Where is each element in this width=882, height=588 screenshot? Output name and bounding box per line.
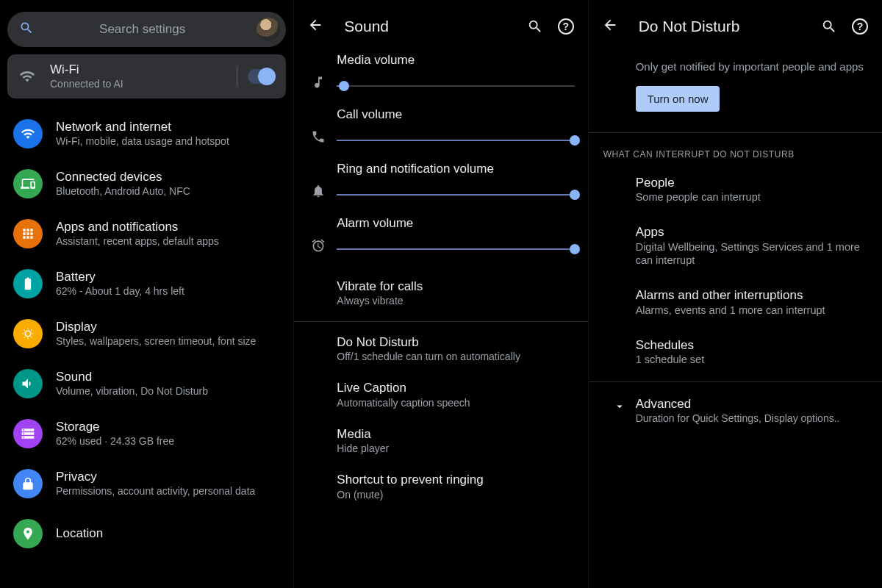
- settings-item-wifi[interactable]: Network and internetWi-Fi, mobile, data …: [0, 109, 293, 159]
- devices-icon: [13, 169, 43, 198]
- divider: [589, 381, 882, 382]
- dnd-intro-text: Only get notified by important people an…: [589, 53, 882, 74]
- search-settings-bar[interactable]: Search settings: [7, 12, 286, 47]
- volume-slider[interactable]: [337, 244, 574, 254]
- storage-icon: [13, 419, 43, 448]
- settings-item-battery[interactable]: Battery62% - About 1 day, 4 hrs left: [0, 259, 293, 309]
- search-icon[interactable]: [820, 18, 838, 35]
- volume-row-music: Media volume: [294, 53, 587, 107]
- divider: [589, 132, 882, 133]
- settings-item-privacy[interactable]: PrivacyPermissions, account activity, pe…: [0, 459, 293, 509]
- volume-row-call: Call volume: [294, 107, 587, 162]
- volume-slider[interactable]: [337, 81, 574, 91]
- dnd-item[interactable]: Schedules1 schedule set: [589, 328, 882, 377]
- settings-item-devices[interactable]: Connected devicesBluetooth, Android Auto…: [0, 159, 293, 209]
- sound-topbar: Sound ?: [294, 0, 587, 53]
- wifi-quick-card[interactable]: Wi-Fi Connected to AI: [7, 54, 286, 98]
- display-icon: [13, 319, 43, 348]
- call-icon: [307, 129, 329, 146]
- apps-icon: [13, 219, 43, 248]
- page-title: Do Not Disturb: [639, 18, 807, 35]
- sound-item[interactable]: Live CaptionAutomatically caption speech: [294, 372, 587, 418]
- location-icon: [13, 519, 43, 548]
- search-icon: [19, 21, 34, 38]
- settings-item-storage[interactable]: Storage62% used · 24.33 GB free: [0, 409, 293, 459]
- settings-main-screen: Search settings Wi-Fi Connected to AI Ne…: [0, 0, 294, 588]
- divider: [237, 65, 237, 87]
- privacy-icon: [13, 469, 43, 498]
- dnd-item[interactable]: Alarms and other interruptionsAlarms, ev…: [589, 278, 882, 327]
- advanced-item[interactable]: Advanced Duration for Quick Settings, Di…: [589, 387, 882, 436]
- sound-item[interactable]: Do Not DisturbOff/1 schedule can turn on…: [294, 326, 587, 373]
- wifi-title: Wi-Fi: [50, 62, 226, 77]
- help-icon[interactable]: ?: [851, 18, 869, 35]
- help-icon[interactable]: ?: [557, 18, 575, 35]
- volume-slider[interactable]: [337, 190, 574, 200]
- wifi-icon: [13, 119, 43, 148]
- back-button[interactable]: [307, 17, 323, 36]
- settings-item-location[interactable]: Location: [0, 509, 293, 559]
- wifi-toggle[interactable]: [248, 69, 276, 84]
- bell-icon: [307, 184, 329, 200]
- dnd-item[interactable]: PeopleSome people can interrupt: [589, 165, 882, 215]
- settings-item-sound[interactable]: SoundVolume, vibration, Do Not Disturb: [0, 359, 293, 409]
- divider: [294, 321, 587, 322]
- back-button[interactable]: [602, 17, 618, 36]
- turn-on-now-button[interactable]: Turn on now: [636, 86, 720, 112]
- search-placeholder: Search settings: [34, 22, 251, 37]
- page-title: Sound: [344, 18, 512, 35]
- profile-avatar[interactable]: [257, 18, 280, 41]
- vibrate-for-calls-item[interactable]: Vibrate for calls Always vibrate: [294, 270, 587, 317]
- settings-item-display[interactable]: DisplayStyles, wallpapers, screen timeou…: [0, 309, 293, 359]
- sound-item[interactable]: Shortcut to prevent ringingOn (mute): [294, 464, 587, 510]
- volume-slider[interactable]: [337, 135, 574, 146]
- sound-icon: [13, 369, 43, 398]
- volume-row-alarm: Alarm volume: [294, 216, 587, 270]
- alarm-icon: [307, 238, 329, 254]
- dnd-item[interactable]: AppsDigital Wellbeing, Settings Services…: [589, 215, 882, 278]
- volume-row-bell: Ring and notification volume: [294, 162, 587, 216]
- wifi-icon: [18, 68, 37, 85]
- sound-item[interactable]: MediaHide player: [294, 418, 587, 465]
- settings-item-apps[interactable]: Apps and notificationsAssistant, recent …: [0, 209, 293, 259]
- search-icon[interactable]: [526, 18, 544, 35]
- chevron-down-icon: [603, 397, 636, 413]
- battery-icon: [13, 269, 43, 298]
- wifi-subtitle: Connected to AI: [50, 77, 226, 90]
- music-icon: [307, 75, 329, 91]
- dnd-section-header: What can interrupt Do Not Disturb: [589, 137, 882, 165]
- dnd-screen: Do Not Disturb ? Only get notified by im…: [589, 0, 882, 588]
- dnd-topbar: Do Not Disturb ?: [589, 0, 882, 53]
- sound-screen: Sound ? Media volumeCall volumeRing and …: [294, 0, 588, 588]
